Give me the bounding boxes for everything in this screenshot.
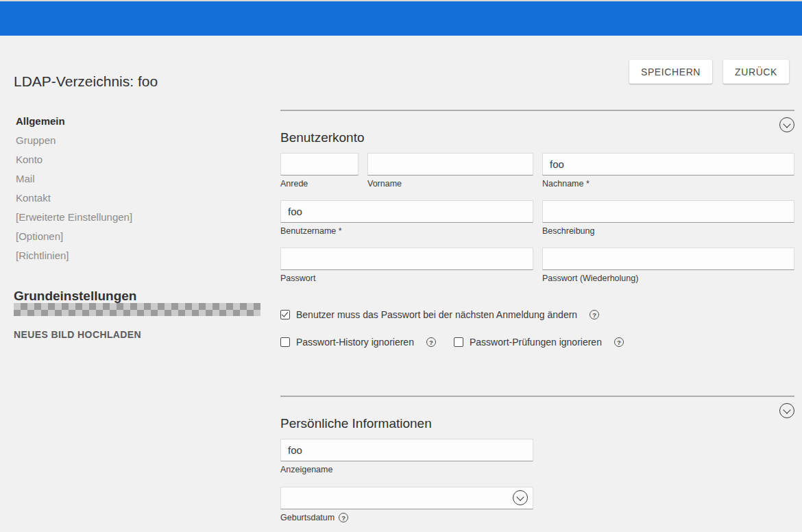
nachname-label: Nachname * (542, 179, 590, 189)
sidebar-item-allgemein[interactable]: Allgemein (16, 112, 132, 131)
passwort-wiederholung-label: Passwort (Wiederholung) (542, 274, 638, 283)
vorname-input[interactable] (367, 153, 533, 176)
basic-settings-heading: Grundeinstellungen (14, 287, 136, 304)
vorname-label: Vorname (367, 179, 402, 189)
sidebar-item-mail[interactable]: Mail (16, 169, 132, 189)
geburtsdatum-label-row: Geburtsdatum (280, 513, 348, 522)
pwd-history-checkbox[interactable] (280, 337, 290, 347)
beschreibung-input[interactable] (542, 200, 794, 223)
sidebar-item-erweiterte-einstellungen[interactable]: [Erweiterte Einstellungen] (16, 208, 132, 227)
anzeigename-input[interactable] (280, 439, 533, 461)
passwort-input[interactable] (280, 247, 533, 270)
geburtsdatum-label: Geburtsdatum (280, 513, 335, 522)
chevron-down-icon[interactable] (779, 403, 794, 418)
sidebar-item-richtlinien[interactable]: [Richtlinien] (16, 246, 132, 265)
sidebar-item-kontakt[interactable]: Kontakt (16, 189, 132, 208)
section-title-benutzerkonto: Benutzerkonto (280, 130, 365, 146)
user-photo-placeholder (14, 303, 260, 316)
page-title: LDAP-Verzeichnis: foo (14, 72, 158, 91)
pwd-checks-checkbox-label: Passwort-Prüfungen ignorieren (470, 337, 602, 348)
tab-sidebar: Allgemein Gruppen Konto Mail Kontakt [Er… (16, 112, 132, 265)
form-main-column: Benutzerkonto Anrede Vorname Nachname * … (280, 0, 794, 532)
help-icon[interactable] (590, 310, 599, 319)
sidebar-item-optionen[interactable]: [Optionen] (16, 227, 132, 246)
calendar-expand-icon[interactable] (513, 490, 528, 505)
pwd-change-checkbox[interactable] (280, 310, 290, 319)
anrede-label: Anrede (280, 179, 308, 189)
help-icon[interactable] (614, 337, 624, 347)
section-title-persoenliche-informationen: Persönliche Informationen (280, 415, 432, 432)
sidebar-item-gruppen[interactable]: Gruppen (16, 131, 132, 150)
pwd-checks-checkbox[interactable] (454, 337, 463, 347)
geburtsdatum-input[interactable] (280, 487, 533, 509)
chevron-down-icon[interactable] (779, 117, 794, 132)
benutzername-label: Benutzername * (280, 226, 342, 236)
pwd-history-checkbox-label: Passwort-History ignorieren (296, 337, 414, 348)
ldap-user-edit-page: LDAP-Verzeichnis: foo SPEICHERN ZURÜCK A… (0, 0, 802, 532)
upload-new-image-button[interactable]: NEUES BILD HOCHLADEN (14, 329, 141, 340)
pwd-change-checkbox-label: Benutzer muss das Passwort bei der nächs… (296, 309, 577, 320)
pwd-change-checkbox-row: Benutzer muss das Passwort bei der nächs… (280, 309, 599, 320)
beschreibung-label: Beschreibung (542, 226, 594, 236)
help-icon[interactable] (339, 513, 348, 522)
help-icon[interactable] (426, 337, 436, 347)
section-divider (280, 110, 794, 111)
anzeigename-label: Anzeigename (280, 465, 332, 474)
anrede-input[interactable] (280, 153, 359, 176)
section-divider (280, 396, 794, 397)
passwort-wiederholung-input[interactable] (542, 247, 794, 270)
sidebar-item-konto[interactable]: Konto (16, 150, 132, 169)
passwort-label: Passwort (280, 274, 315, 283)
pwd-ignore-checkbox-row: Passwort-History ignorieren Passwort-Prü… (280, 337, 624, 348)
nachname-input[interactable] (542, 153, 794, 176)
geburtsdatum-field (280, 487, 533, 509)
benutzername-input[interactable] (280, 200, 533, 223)
